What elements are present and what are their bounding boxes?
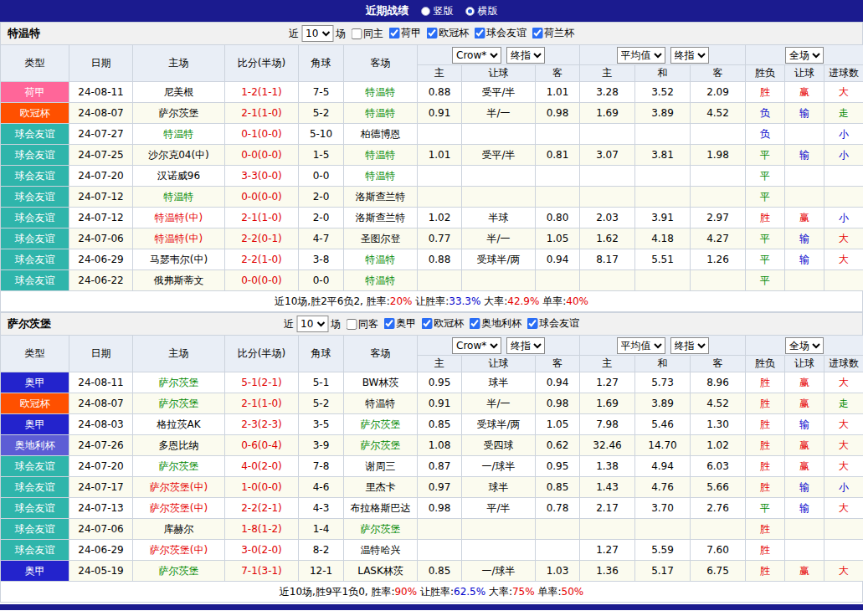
- league-filter[interactable]: 欧冠杯: [426, 26, 469, 40]
- same-venue-checkbox[interactable]: [346, 319, 357, 330]
- layout-radio-vertical[interactable]: 竖版: [421, 4, 454, 18]
- near-label: 近: [289, 27, 299, 41]
- home-team-link[interactable]: 特温特(中): [133, 228, 225, 249]
- away-team-link[interactable]: 洛斯查兰特: [344, 187, 418, 208]
- league-badge: 球会友谊: [1, 145, 69, 166]
- home-team-link[interactable]: 尼美根: [133, 82, 225, 103]
- home-team-link[interactable]: 特温特: [133, 187, 225, 208]
- home-team-link[interactable]: 库赫尔: [133, 519, 225, 540]
- home-team-link[interactable]: 沙尔克04(中): [133, 145, 225, 166]
- matches-label: 场: [331, 317, 341, 331]
- league-checkbox[interactable]: [469, 318, 480, 329]
- score: 2-1(1-0): [225, 393, 299, 414]
- away-team-link[interactable]: 谢周三: [344, 456, 418, 477]
- match-date: 24-07-20: [69, 166, 133, 187]
- odds-company-select[interactable]: Crow*: [452, 337, 501, 354]
- league-checkbox[interactable]: [383, 318, 394, 329]
- league-badge: 球会友谊: [1, 477, 69, 498]
- corner-score: 5-10: [299, 124, 344, 145]
- league-filter[interactable]: 奥甲: [383, 316, 416, 331]
- league-checkbox[interactable]: [421, 318, 432, 329]
- away-team-link[interactable]: 特温特: [344, 145, 418, 166]
- away-team-link[interactable]: 特温特: [344, 103, 418, 124]
- odds-time-select[interactable]: 终指: [506, 337, 545, 354]
- away-team-link[interactable]: 特温特: [344, 249, 418, 270]
- away-team-link[interactable]: 萨尔茨堡: [344, 414, 418, 435]
- home-team-link[interactable]: 萨尔茨堡(中): [133, 477, 225, 498]
- match-count-select[interactable]: 10: [301, 25, 333, 42]
- home-team-link[interactable]: 特温特: [133, 124, 225, 145]
- away-team-link[interactable]: 萨尔茨堡: [344, 435, 418, 456]
- odds-away: 0.98: [536, 103, 580, 124]
- home-team-link[interactable]: 俄弗斯蒂文: [133, 270, 225, 291]
- league-checkbox[interactable]: [532, 28, 542, 38]
- league-filter[interactable]: 荷甲: [388, 26, 421, 40]
- avg-away: [691, 270, 746, 291]
- away-team-link[interactable]: 里杰卡: [344, 477, 418, 498]
- layout-radio-horizontal[interactable]: 横版: [465, 4, 498, 18]
- result-handicap: 赢: [785, 435, 824, 456]
- home-team-link[interactable]: 萨尔茨堡(中): [133, 498, 225, 519]
- league-filter[interactable]: 球会友谊: [474, 26, 527, 40]
- league-filter[interactable]: 球会友谊: [527, 316, 579, 331]
- odds-time-select[interactable]: 终指: [506, 47, 545, 64]
- league-checkbox[interactable]: [426, 28, 437, 38]
- avg-draw: 5.17: [635, 561, 691, 582]
- avg-name-select[interactable]: 平均值: [617, 337, 665, 354]
- away-team-link[interactable]: 温特哈兴: [344, 540, 418, 561]
- summary-segment: 近10场,胜9平1负0, 胜率:: [280, 586, 395, 598]
- away-team-link[interactable]: LASK林茨: [344, 561, 418, 582]
- home-team-link[interactable]: 汉诺威96: [133, 166, 225, 187]
- avg-name-select[interactable]: 平均值: [617, 47, 665, 64]
- home-team-link[interactable]: 萨尔茨堡: [133, 372, 225, 393]
- home-team-link[interactable]: 萨尔茨堡: [133, 561, 225, 582]
- away-team-link[interactable]: 特温特: [344, 82, 418, 103]
- league-checkbox[interactable]: [527, 318, 537, 329]
- league-checkbox[interactable]: [474, 28, 485, 38]
- result-goals: 小: [824, 124, 863, 145]
- home-team-link[interactable]: 马瑟韦尔(中): [133, 249, 225, 270]
- odds-company-select[interactable]: Crow*: [452, 47, 501, 64]
- avg-time-select[interactable]: 终指: [670, 337, 709, 354]
- away-team-link[interactable]: 柏德博恩: [344, 124, 418, 145]
- same-venue-checkbox[interactable]: [351, 28, 362, 39]
- league-checkbox[interactable]: [388, 28, 399, 38]
- away-team-link[interactable]: 特温特: [344, 166, 418, 187]
- avg-away: 2.97: [691, 208, 746, 228]
- avg-draw: 3.52: [635, 82, 691, 103]
- away-team-link[interactable]: 特温特: [344, 393, 418, 414]
- away-team-link[interactable]: 萨尔茨堡: [344, 519, 418, 540]
- home-team-link[interactable]: 多恩比纳: [133, 435, 225, 456]
- score: 3-0(2-0): [225, 540, 299, 561]
- team-section-salzburg: 萨尔茨堡 近 10 场 同客 奥甲欧冠杯奥地利杯球会友谊 类型 日期 主场 比分…: [0, 312, 863, 603]
- league-filters: 荷甲欧冠杯球会友谊荷兰杯: [383, 26, 574, 41]
- summary-segment: 大率:: [485, 586, 512, 598]
- match-count-select[interactable]: 10: [296, 316, 328, 332]
- same-venue-filter[interactable]: 同客: [346, 317, 378, 331]
- league-filter[interactable]: 欧冠杯: [421, 316, 464, 331]
- home-team-link[interactable]: 特温特(中): [133, 208, 225, 228]
- result-goals: 走: [824, 103, 863, 124]
- radio-horizontal-label: 横版: [478, 4, 498, 18]
- league-filter[interactable]: 奥地利杯: [469, 316, 521, 331]
- away-team-link[interactable]: BW林茨: [344, 372, 418, 393]
- avg-draw: 3.89: [635, 103, 691, 124]
- home-team-link[interactable]: 萨尔茨堡: [133, 103, 225, 124]
- odds-handicap: 一/球半: [462, 561, 536, 582]
- odds-handicap: 半球: [462, 208, 536, 228]
- avg-time-select[interactable]: 终指: [670, 47, 709, 64]
- away-team-link[interactable]: 特温特: [344, 270, 418, 291]
- result-handicap: [785, 519, 824, 540]
- home-team-link[interactable]: 萨尔茨堡: [133, 456, 225, 477]
- fulltime-select[interactable]: 全场: [785, 337, 824, 354]
- away-team-link[interactable]: 布拉格斯巴达: [344, 498, 418, 519]
- league-filter[interactable]: 荷兰杯: [532, 26, 574, 40]
- away-team-link[interactable]: 圣图尔登: [344, 228, 418, 249]
- home-team-link[interactable]: 萨尔茨堡(中): [133, 540, 225, 561]
- away-team-link[interactable]: 洛斯查兰特: [344, 208, 418, 228]
- avg-home: 3.28: [580, 82, 635, 103]
- fulltime-select[interactable]: 全场: [785, 47, 824, 64]
- home-team-link[interactable]: 格拉茨AK: [133, 414, 225, 435]
- same-venue-filter[interactable]: 同主: [351, 27, 383, 41]
- home-team-link[interactable]: 萨尔茨堡: [133, 393, 225, 414]
